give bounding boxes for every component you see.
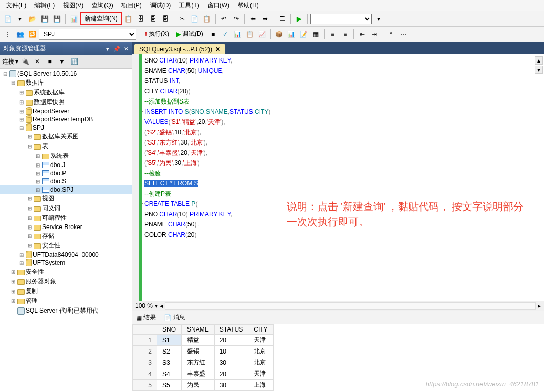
expand-icon[interactable]: ⊞ [27, 243, 33, 249]
expand-icon[interactable]: ⊞ [35, 153, 41, 159]
db2-icon[interactable]: 🗄 [148, 13, 159, 25]
col-STATUS[interactable]: STATUS [214, 325, 248, 335]
zoom-dropdown-icon[interactable]: ▾ [155, 302, 158, 310]
comment-icon[interactable]: ≡ [327, 29, 339, 40]
indent-icon[interactable]: ⇤ [357, 29, 368, 40]
expand-icon[interactable]: ⊞ [18, 90, 25, 95]
table-row[interactable]: 1S1精益20天津 [133, 335, 274, 346]
tree-node-数据库关系图[interactable]: ⊞数据库关系图 [0, 132, 132, 141]
tree-node-UFTData840904_00000[interactable]: ⊞UFTData840904_00000 [0, 251, 132, 259]
expand-icon[interactable]: ⊞ [10, 269, 16, 275]
object-explorer-icon[interactable]: 📊 [68, 13, 79, 25]
stats-icon[interactable]: 📊 [286, 29, 297, 40]
opts-icon[interactable]: 📋 [244, 29, 256, 40]
undo-icon[interactable]: ↶ [218, 13, 229, 25]
tree-node-dbo.SPJ[interactable]: ⊞dbo.SPJ [0, 185, 132, 194]
expand-icon[interactable]: ⊞ [27, 233, 33, 239]
expand-icon[interactable]: ⊞ [35, 187, 41, 193]
menu-查询(Q)[interactable]: 查询(Q) [88, 0, 117, 11]
horizontal-scrollbar[interactable] [165, 302, 536, 310]
menu-项目(P)[interactable]: 项目(P) [117, 0, 146, 11]
col-SNAME[interactable]: SNAME [182, 325, 215, 335]
window-icon[interactable]: 🗔 [277, 13, 288, 25]
stop-icon[interactable]: ■ [207, 29, 219, 40]
scroll-up-icon[interactable]: ▴ [535, 56, 543, 65]
tree-node-管理[interactable]: ⊞管理 [0, 296, 132, 306]
expand-icon[interactable]: ⊟ [27, 143, 33, 149]
grip-icon[interactable]: ⋮ [2, 29, 13, 40]
nav-back-icon[interactable]: ⬅ [247, 13, 259, 25]
tree-node-ReportServer[interactable]: ⊞ReportServer [0, 107, 132, 115]
tab-sqlquery3[interactable]: SQLQuery3.sql -...PJ (52)) ✕ [134, 44, 225, 54]
paste-icon[interactable]: 📋 [201, 13, 213, 25]
tree-node-系统表[interactable]: ⊞系统表 [0, 151, 132, 161]
plan-icon[interactable]: 📊 [232, 29, 243, 40]
zoom-level[interactable]: 100 % [135, 302, 153, 310]
expand-icon[interactable]: ⊞ [27, 205, 33, 211]
expand-icon[interactable]: ⊞ [18, 109, 25, 114]
table-row[interactable]: 3S3东方红30北京 [133, 357, 274, 368]
tab-messages[interactable]: 📄 消息 [162, 312, 187, 323]
expand-icon[interactable]: ⊞ [10, 298, 16, 304]
pin-icon[interactable]: 📌 [113, 46, 120, 52]
debug-button[interactable]: ▶调试(D) [173, 29, 206, 40]
table-row[interactable]: 4S4丰泰盛20天津 [133, 368, 274, 380]
execute-button[interactable]: !执行(X) [142, 29, 172, 40]
change-icon[interactable]: 🔁 [27, 29, 38, 40]
menu-工具(T)[interactable]: 工具(T) [175, 0, 203, 11]
new-query-button[interactable]: 新建查询(N) [80, 12, 122, 25]
tree-node-系统数据库[interactable]: ⊞系统数据库 [0, 88, 132, 97]
open-icon[interactable]: 📂 [27, 13, 38, 25]
col-CITY[interactable]: CITY [248, 325, 273, 335]
scroll-left-icon[interactable]: ◂ [160, 302, 163, 310]
menu-视图(V)[interactable]: 视图(V) [59, 0, 88, 11]
menu-窗口(W)[interactable]: 窗口(W) [203, 0, 234, 11]
cut-icon[interactable]: ✂ [177, 13, 188, 25]
new-project-icon[interactable]: 📄 [2, 13, 13, 25]
menu-调试(D)[interactable]: 调试(D) [146, 0, 175, 11]
tab-results[interactable]: ▦ 结果 [134, 312, 158, 323]
copy2-icon[interactable]: 📄 [189, 13, 200, 25]
parse-icon[interactable]: ✓ [220, 29, 231, 40]
tree-node-SQL Server 代理(已禁用代[interactable]: SQL Server 代理(已禁用代 [0, 306, 132, 316]
db-icon[interactable]: 🗄 [135, 13, 147, 25]
expand-icon[interactable]: ⊞ [18, 99, 25, 105]
more-icon[interactable]: ⋯ [398, 29, 409, 40]
expand-icon[interactable]: ⊞ [18, 117, 25, 122]
object-tree[interactable]: ⊟(SQL Server 10.50.16⊟数据库⊞系统数据库⊞数据库快照⊞Re… [0, 69, 132, 391]
stop-icon[interactable]: ■ [44, 56, 55, 67]
tree-node-UFTSystem[interactable]: ⊞UFTSystem [0, 259, 132, 267]
table-row[interactable]: 2S2盛锡10北京 [133, 346, 274, 357]
tree-node-数据库快照[interactable]: ⊞数据库快照 [0, 97, 132, 107]
tree-node-服务器对象[interactable]: ⊞服务器对象 [0, 277, 132, 286]
tree-node-可编程性[interactable]: ⊞可编程性 [0, 213, 132, 223]
save-icon[interactable]: 💾 [39, 13, 50, 25]
tree-node-同义词[interactable]: ⊞同义词 [0, 203, 132, 213]
menu-帮助(H)[interactable]: 帮助(H) [234, 0, 263, 11]
expand-icon[interactable]: ⊟ [2, 71, 8, 77]
run-icon[interactable]: ▶ [294, 13, 305, 25]
expand-icon[interactable]: ⊞ [35, 179, 41, 184]
redo-icon[interactable]: ↷ [231, 13, 242, 25]
trace-icon[interactable]: 📈 [257, 29, 268, 40]
tree-node-(SQL Server 10.50.16[interactable]: ⊟(SQL Server 10.50.16 [0, 70, 132, 78]
tree-node-安全性[interactable]: ⊞安全性 [0, 241, 132, 251]
expand-icon[interactable]: ⊟ [10, 80, 16, 86]
filter-icon[interactable]: ▼ [56, 56, 68, 67]
tree-node-表[interactable]: ⊟表 [0, 141, 132, 151]
expand-icon[interactable]: ⊞ [27, 224, 33, 230]
nav-fwd-icon[interactable]: ➡ [260, 13, 271, 25]
scroll-opts-icon[interactable]: ▾ [535, 66, 543, 74]
tree-node-视图[interactable]: ⊞视图 [0, 194, 132, 203]
tree-node-ReportServerTempDB[interactable]: ⊞ReportServerTempDB [0, 115, 132, 123]
expand-icon[interactable]: ⊟ [18, 125, 25, 131]
results-grid-icon[interactable]: ▦ [310, 29, 322, 40]
disconnect-icon[interactable]: ✕ [32, 56, 43, 67]
dropdown-icon[interactable]: ▾ [14, 13, 26, 25]
expand-icon[interactable]: ⊞ [27, 134, 33, 139]
copy-icon[interactable]: 📋 [123, 13, 134, 25]
expand-icon[interactable]: ⊞ [18, 252, 25, 258]
col-[interactable] [133, 325, 157, 335]
close-tab-icon[interactable]: ✕ [215, 46, 220, 53]
database-selector[interactable]: SPJ [39, 29, 136, 40]
